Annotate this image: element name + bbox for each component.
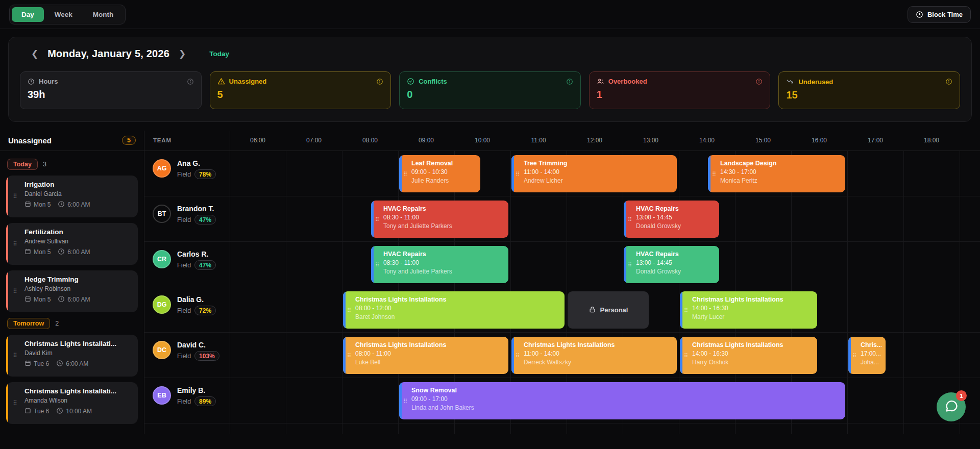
drag-handle-icon[interactable]: ⠿ (516, 170, 520, 177)
unassigned-job-card[interactable]: ⠿Hedge TrimmingAshley RobinsonMon 56:00 … (6, 270, 138, 312)
group-chip-tomorrow[interactable]: Tomorrow (7, 318, 50, 329)
event-title: HVAC Repairs (383, 251, 504, 258)
job-meta: Tue 66:00 AM (24, 360, 132, 368)
schedule-event[interactable]: ⠿Landscape Design14:30 - 17:00Monica Per… (708, 155, 845, 192)
job-time: 6:00 AM (56, 360, 88, 368)
unassigned-job-card[interactable]: ⠿Christmas Lights Installati...Amanda Wi… (6, 382, 138, 424)
member-name: Ana G. (177, 159, 216, 167)
event-accent-bar (343, 337, 346, 374)
drag-handle-icon[interactable]: ⠿ (13, 400, 17, 407)
group-chip-today[interactable]: Today (7, 159, 38, 170)
schedule-event[interactable]: ⠿Christmas Lights Installations11:00 - 1… (511, 337, 677, 374)
drag-handle-icon[interactable]: ⠿ (13, 193, 17, 200)
avatar: DG (153, 295, 171, 314)
info-icon[interactable] (945, 78, 952, 85)
prev-day-button[interactable]: ❮ (29, 47, 40, 60)
info-icon[interactable] (755, 78, 763, 85)
stat-card-hours: Hours39h (20, 71, 202, 109)
schedule-event[interactable]: ⠿HVAC Repairs08:30 - 11:00Tony and Julie… (371, 201, 508, 238)
drag-handle-icon[interactable]: ⠿ (375, 261, 379, 268)
view-tab-month[interactable]: Month (83, 7, 123, 22)
drag-handle-icon[interactable]: ⠿ (684, 307, 688, 313)
drag-handle-icon[interactable]: ⠿ (516, 352, 520, 359)
event-accent-bar (708, 155, 710, 192)
schedule-event[interactable]: ⠿Christmas Lights Installations14:00 - 1… (680, 337, 817, 374)
info-icon[interactable] (566, 78, 573, 85)
event-title: Christmas Lights Installations (355, 341, 504, 348)
warning-icon (217, 78, 225, 85)
event-time: 08:00 - 12:00 (355, 305, 560, 312)
event-accent-bar (399, 382, 402, 419)
info-icon[interactable] (187, 78, 194, 85)
next-day-button[interactable]: ❯ (177, 47, 188, 60)
drag-handle-icon[interactable]: ⠿ (628, 261, 632, 268)
stat-label: Unassigned (229, 78, 267, 85)
job-date: Tue 6 (24, 407, 49, 415)
job-title: Fertilization (24, 228, 132, 236)
drag-handle-icon[interactable]: ⠿ (375, 216, 379, 222)
event-title: HVAC Repairs (636, 205, 715, 212)
event-person: Marty Lucer (692, 313, 813, 320)
chat-fab-button[interactable]: 1 (937, 392, 966, 421)
schedule-event[interactable]: ⠿HVAC Repairs13:00 - 14:45Donald Growsky (624, 201, 719, 238)
block-time-button[interactable]: Block Time (908, 6, 971, 23)
team-member[interactable]: EBEmily B.Field89% (153, 386, 229, 406)
schedule-event[interactable]: ⠿Snow Removal09:00 - 17:00Linda and John… (399, 382, 845, 419)
drag-handle-icon[interactable]: ⠿ (13, 240, 17, 247)
stat-card-conflicts: Conflicts0 (399, 71, 581, 109)
schedule-event[interactable]: ⠿HVAC Repairs13:00 - 14:45Donald Growsky (624, 246, 719, 283)
time-label: 12:00 (567, 137, 623, 144)
event-time: 17:00... (861, 350, 881, 357)
event-person: Luke Bell (355, 359, 504, 366)
member-role: Field (177, 398, 191, 405)
calendar-icon (24, 295, 31, 304)
card-accent-bar (6, 335, 8, 377)
schedule-row-ana-g-: AGAna G.Field78%⠿Leaf Removal09:00 - 10:… (144, 151, 980, 196)
team-member[interactable]: CRCarlos R.Field47% (153, 250, 229, 270)
drag-handle-icon[interactable]: ⠿ (684, 352, 688, 359)
schedule-event[interactable]: ⠿Christmas Lights Installations14:00 - 1… (680, 291, 817, 329)
job-title: Hedge Trimming (24, 276, 132, 283)
view-tab-day[interactable]: Day (12, 7, 44, 22)
schedule-event[interactable]: ⠿Chris...17:00...Joha... (848, 337, 886, 374)
drag-handle-icon[interactable]: ⠿ (347, 307, 351, 313)
schedule-event[interactable]: ⠿Leaf Removal09:00 - 10:30Julie Randers (399, 155, 480, 192)
drag-handle-icon[interactable]: ⠿ (13, 352, 17, 359)
unassigned-count-badge: 5 (122, 136, 136, 145)
team-member[interactable]: DCDavid C.Field103% (153, 341, 229, 361)
group-header-today: Today3 (7, 159, 138, 170)
stat-card-header: Conflicts (407, 78, 573, 85)
team-member[interactable]: AGAna G.Field78% (153, 159, 229, 179)
today-button[interactable]: Today (209, 50, 229, 58)
drag-handle-icon[interactable]: ⠿ (347, 352, 351, 359)
schedule-event[interactable]: ⠿Christmas Lights Installations08:00 - 1… (343, 291, 565, 329)
info-icon[interactable] (376, 78, 383, 85)
drag-handle-icon[interactable]: ⠿ (403, 170, 407, 177)
event-accent-bar (680, 337, 682, 374)
view-tab-week[interactable]: Week (45, 7, 82, 22)
drag-handle-icon[interactable]: ⠿ (852, 352, 856, 359)
job-title: Christmas Lights Installati... (24, 340, 132, 347)
team-member[interactable]: DGDalia G.Field72% (153, 295, 229, 315)
calendar-icon (24, 201, 31, 209)
unassigned-job-card[interactable]: ⠿Christmas Lights Installati...David Kim… (6, 335, 138, 377)
schedule-event[interactable]: ⠿Christmas Lights Installations08:00 - 1… (343, 337, 508, 374)
job-person: Amanda Wilson (24, 397, 132, 404)
schedule-event[interactable]: ⠿Tree Trimming11:00 - 14:00Andrew Licher (511, 155, 677, 192)
schedule-event[interactable]: ⠿HVAC Repairs08:30 - 11:00Tony and Julie… (371, 246, 508, 283)
drag-handle-icon[interactable]: ⠿ (628, 216, 632, 222)
utilization-badge: 47% (194, 260, 216, 270)
event-person: Donald Growsky (636, 222, 715, 230)
drag-handle-icon[interactable]: ⠿ (403, 397, 407, 404)
clock-icon (916, 11, 923, 18)
team-member[interactable]: BTBrandon T.Field47% (153, 205, 229, 224)
drag-handle-icon[interactable]: ⠿ (13, 288, 17, 295)
time-label: 17:00 (847, 137, 903, 144)
unassigned-job-card[interactable]: ⠿FertilizationAndrew SullivanMon 56:00 A… (6, 223, 138, 265)
event-time: 09:00 - 17:00 (411, 395, 841, 403)
unassigned-job-card[interactable]: ⠿IrrigationDaniel GarciaMon 56:00 AM (6, 176, 138, 217)
card-accent-bar (6, 382, 8, 424)
time-label: 07:00 (286, 137, 342, 144)
trend-down-icon (786, 78, 794, 86)
drag-handle-icon[interactable]: ⠿ (712, 170, 716, 177)
